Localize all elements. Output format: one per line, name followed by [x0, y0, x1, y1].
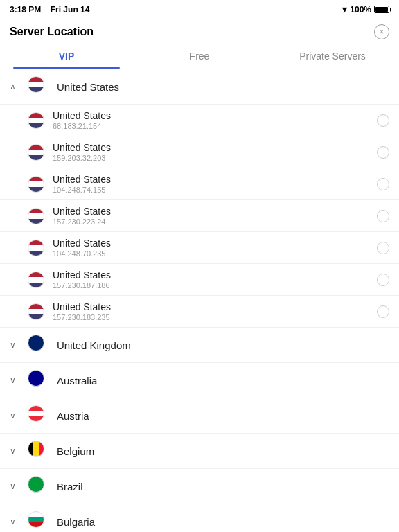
- server-info-1: United States 159.203.32.203: [53, 142, 377, 162]
- flag-us-server: [28, 112, 44, 129]
- flag-us-server-6: [28, 303, 44, 320]
- server-row-1[interactable]: United States 159.203.32.203: [0, 136, 399, 168]
- server-name-5: United States: [53, 269, 377, 281]
- country-name-bg: Bulgaria: [57, 516, 389, 528]
- select-server-3[interactable]: [377, 210, 389, 222]
- flag-au: [28, 370, 48, 391]
- status-bar: 3:18 PM Fri Jun 14 ▾ 100%: [0, 0, 399, 19]
- country-row-at[interactable]: ∨ Austria: [0, 398, 399, 434]
- server-info-0: United States 68.183.21.154: [53, 110, 377, 130]
- flag-uk: [28, 335, 48, 355]
- country-row-be[interactable]: ∨ Belgium: [0, 434, 399, 469]
- server-name-2: United States: [53, 174, 377, 185]
- select-server-5[interactable]: [377, 274, 389, 286]
- server-name-1: United States: [53, 142, 377, 153]
- chevron-up-icon: ∧: [10, 82, 21, 91]
- flag-us-server-4: [28, 240, 44, 256]
- server-ip-5: 157.230.187.186: [53, 281, 377, 290]
- server-info-4: United States 104.248.70.235: [53, 238, 377, 258]
- server-ip-1: 159.203.32.203: [53, 154, 377, 162]
- flag-us-server-3: [28, 208, 44, 224]
- chevron-down-icon-br: ∨: [10, 481, 21, 491]
- server-row-2[interactable]: United States 104.248.74.155: [0, 168, 399, 200]
- country-name-at: Austria: [57, 410, 389, 422]
- status-icons: ▾ 100%: [342, 4, 389, 15]
- page-title: Server Location: [10, 26, 94, 38]
- country-name-br: Brazil: [57, 481, 389, 493]
- select-server-2[interactable]: [377, 178, 389, 190]
- flag-us: [28, 76, 48, 97]
- server-info-5: United States 157.230.187.186: [53, 269, 377, 290]
- server-ip-6: 157.230.183.235: [53, 313, 377, 321]
- country-name-uk: United Kingdom: [57, 339, 389, 351]
- battery-percent: 100%: [350, 5, 371, 15]
- flag-be: [28, 441, 48, 461]
- chevron-down-icon-be: ∨: [10, 446, 21, 456]
- chevron-down-icon-at: ∨: [10, 411, 21, 420]
- select-server-0[interactable]: [377, 114, 389, 127]
- chevron-down-icon-bg: ∨: [10, 517, 21, 526]
- select-server-1[interactable]: [377, 146, 389, 159]
- battery-icon: [374, 6, 389, 13]
- flag-us-server-2: [28, 176, 44, 193]
- flag-bg: [28, 511, 48, 532]
- server-name-4: United States: [53, 238, 377, 249]
- tab-private-servers[interactable]: Private Servers: [266, 44, 399, 69]
- server-ip-4: 104.248.70.235: [53, 249, 377, 258]
- tab-bar: VIP Free Private Servers: [0, 44, 399, 69]
- server-info-6: United States 157.230.183.235: [53, 301, 377, 321]
- server-info-2: United States 104.248.74.155: [53, 174, 377, 194]
- wifi-icon: ▾: [342, 4, 347, 15]
- server-ip-2: 104.248.74.155: [53, 186, 377, 194]
- tab-free[interactable]: Free: [133, 44, 266, 69]
- time-label: 3:18 PM: [10, 5, 41, 15]
- server-name-0: United States: [53, 110, 377, 121]
- flag-br: [28, 476, 48, 497]
- country-row-au[interactable]: ∨ Australia: [0, 363, 399, 398]
- server-name-6: United States: [53, 301, 377, 312]
- country-row-bg[interactable]: ∨ Bulgaria: [0, 504, 399, 532]
- server-ip-0: 68.183.21.154: [53, 122, 377, 130]
- server-row-6[interactable]: United States 157.230.183.235: [0, 296, 399, 328]
- status-time: 3:18 PM Fri Jun 14: [10, 5, 89, 15]
- select-server-4[interactable]: [377, 242, 389, 254]
- header: Server Location ×: [0, 19, 399, 44]
- server-info-3: United States 157.230.223.24: [53, 206, 377, 226]
- close-button[interactable]: ×: [374, 24, 389, 39]
- server-ip-3: 157.230.223.24: [53, 218, 377, 226]
- tab-vip[interactable]: VIP: [0, 44, 133, 69]
- country-name-be: Belgium: [57, 445, 389, 457]
- flag-us-server-5: [28, 272, 44, 288]
- chevron-down-icon-au: ∨: [10, 375, 21, 385]
- flag-us-server-1: [28, 144, 44, 161]
- country-name-us: United States: [57, 81, 389, 93]
- date-label: Fri Jun 14: [51, 5, 90, 15]
- chevron-down-icon-uk: ∨: [10, 340, 21, 350]
- country-row-br[interactable]: ∨ Brazil: [0, 469, 399, 504]
- server-row-5[interactable]: United States 157.230.187.186: [0, 264, 399, 296]
- select-server-6[interactable]: [377, 305, 389, 318]
- country-name-au: Australia: [57, 375, 389, 387]
- server-row-4[interactable]: United States 104.248.70.235: [0, 232, 399, 264]
- flag-at: [28, 405, 48, 426]
- server-row-3[interactable]: United States 157.230.223.24: [0, 200, 399, 232]
- server-row-0[interactable]: United States 68.183.21.154: [0, 105, 399, 136]
- server-name-3: United States: [53, 206, 377, 217]
- country-row-us[interactable]: ∧ United States: [0, 69, 399, 105]
- country-row-uk[interactable]: ∨ United Kingdom: [0, 328, 399, 363]
- server-list: ∧ United States United States 68.183.21.…: [0, 69, 399, 532]
